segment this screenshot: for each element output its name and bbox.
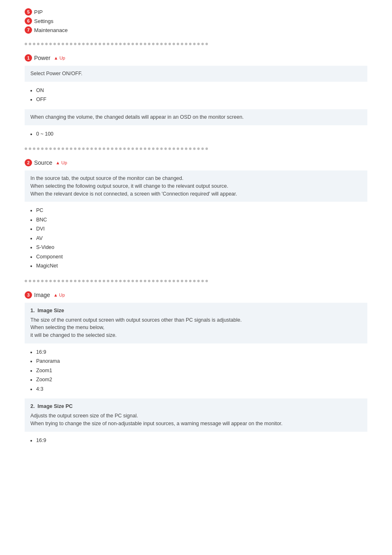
nav-item-pip[interactable]: 5 PIP bbox=[25, 8, 367, 16]
list-item: 0 ~ 100 bbox=[36, 129, 367, 139]
image-size-title: 1. Image Size bbox=[30, 307, 362, 315]
image-size-pc-desc: Adjusts the output screen size of the PC… bbox=[30, 412, 362, 428]
power-info-box: Select Power ON/OFF. bbox=[25, 66, 367, 82]
list-item: 16:9 bbox=[36, 436, 367, 445]
list-item: PC bbox=[36, 206, 367, 215]
divider-1 bbox=[25, 43, 367, 45]
badge-maintenance: 7 bbox=[25, 26, 32, 34]
section-source-title: Source bbox=[34, 159, 52, 166]
badge-image: 3 bbox=[25, 291, 32, 299]
list-item: Zoom2 bbox=[36, 375, 367, 385]
source-bullet-list: PC BNC DVI AV S-Video Component MagicNet bbox=[25, 206, 367, 271]
image-size-box: 1. Image Size The size of the current ou… bbox=[25, 303, 367, 343]
section-power: 1 Power ▲ Up Select Power ON/OFF. ON OFF… bbox=[25, 54, 367, 138]
section-image: 3 Image ▲ Up 1. Image Size The size of t… bbox=[25, 291, 367, 445]
section-power-title: Power bbox=[34, 55, 51, 61]
list-item: MagicNet bbox=[36, 261, 367, 271]
power-bullet-list: ON OFF bbox=[25, 86, 367, 104]
section-image-header: 3 Image ▲ Up bbox=[25, 291, 367, 299]
nav-item-settings[interactable]: 6 Settings bbox=[25, 17, 367, 25]
section-power-header: 1 Power ▲ Up bbox=[25, 54, 367, 62]
nav-item-maintenance[interactable]: 7 Maintenanace bbox=[25, 26, 367, 34]
source-info-box: In the source tab, the output source of … bbox=[25, 170, 367, 202]
divider-2 bbox=[25, 147, 367, 150]
power-volume-text: When changing the volume, the changed de… bbox=[30, 114, 244, 120]
list-item: OFF bbox=[36, 95, 367, 104]
list-item: DVI bbox=[36, 224, 367, 234]
list-item: Zoom1 bbox=[36, 366, 367, 375]
power-volume-info: When changing the volume, the changed de… bbox=[25, 109, 367, 125]
nav-label-pip: PIP bbox=[34, 9, 43, 15]
power-info-text: Select Power ON/OFF. bbox=[30, 71, 82, 76]
section-image-title: Image bbox=[34, 292, 50, 298]
power-volume-bullets: 0 ~ 100 bbox=[25, 129, 367, 139]
badge-pip: 5 bbox=[25, 8, 32, 16]
list-item: 4:3 bbox=[36, 385, 367, 394]
badge-settings: 6 bbox=[25, 17, 32, 25]
list-item: S-Video bbox=[36, 243, 367, 252]
list-item: 16:9 bbox=[36, 348, 367, 357]
divider-3 bbox=[25, 280, 367, 282]
badge-source: 2 bbox=[25, 159, 32, 166]
list-item: Component bbox=[36, 252, 367, 262]
image-size-pc-box: 2. Image Size PC Adjusts the output scre… bbox=[25, 398, 367, 431]
source-info-text: In the source tab, the output source of … bbox=[30, 175, 237, 197]
image-size-pc-bullets: 16:9 bbox=[25, 436, 367, 445]
list-item: BNC bbox=[36, 215, 367, 225]
image-size-desc: The size of the current output screen wi… bbox=[30, 316, 362, 339]
nav-label-maintenance: Maintenanace bbox=[34, 27, 68, 33]
badge-power: 1 bbox=[25, 54, 32, 62]
section-source-header: 2 Source ▲ Up bbox=[25, 159, 367, 166]
image-size-pc-title: 2. Image Size PC bbox=[30, 403, 362, 410]
section-source: 2 Source ▲ Up In the source tab, the out… bbox=[25, 159, 367, 271]
list-item: ON bbox=[36, 86, 367, 95]
list-item: Panorama bbox=[36, 357, 367, 366]
list-item: AV bbox=[36, 234, 367, 243]
nav-label-settings: Settings bbox=[34, 18, 53, 24]
power-up-link[interactable]: ▲ Up bbox=[54, 55, 65, 60]
source-up-link[interactable]: ▲ Up bbox=[55, 160, 67, 165]
image-up-link[interactable]: ▲ Up bbox=[53, 292, 65, 297]
image-size-bullets: 16:9 Panorama Zoom1 Zoom2 4:3 bbox=[25, 348, 367, 394]
